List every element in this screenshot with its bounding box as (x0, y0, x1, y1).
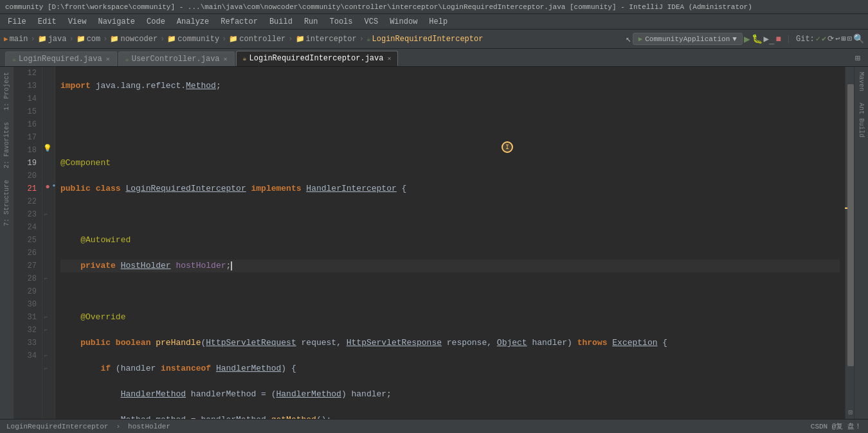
panel-structure[interactable]: 7: Structure (2, 177, 12, 229)
menu-tools[interactable]: Tools (325, 16, 358, 28)
terminal-icon[interactable]: ⊡ (847, 34, 852, 44)
tab-close-2[interactable]: ✕ (224, 55, 228, 63)
toolbar-cursor-icon[interactable]: ↖ (626, 33, 631, 44)
tab-label-3: LoginRequiredInterceptor.java (249, 54, 384, 63)
line-num-31: 31 (17, 311, 37, 324)
panel-favorites[interactable]: 2: Favorites (2, 119, 12, 171)
menu-window[interactable]: Window (384, 16, 422, 28)
main-area: 1: Project 2: Favorites 7: Structure 12 … (0, 67, 868, 419)
fold-icon-line22[interactable]: ⌐ (44, 208, 48, 221)
line-num-28: 28 (17, 272, 37, 285)
breadcrumb-com[interactable]: com (87, 35, 101, 44)
line-num-24: 24 (17, 221, 37, 234)
fold-icon-line27[interactable]: ⌐ (44, 272, 48, 285)
git-check-icon[interactable]: ✓ (816, 34, 820, 44)
line-num-27: 27 (17, 260, 37, 272)
breadcrumb-file[interactable]: LoginRequiredInterceptor (372, 35, 484, 44)
git-undo-icon[interactable]: ↩ (835, 34, 840, 44)
line-num-13: 13 (17, 80, 37, 93)
code-line-19: private HostHolder hostHolder; (60, 260, 840, 272)
git-label: Git: (796, 35, 815, 44)
git-update-icon[interactable]: ⟳ (827, 34, 834, 44)
scroll-thumb[interactable] (847, 84, 854, 366)
breadcrumb-main-icon: ▶ (4, 35, 8, 43)
menu-analyze[interactable]: Analyze (172, 16, 214, 28)
right-panel-strip: Maven Ant Build (854, 67, 868, 419)
fold-icon-line30[interactable]: ⌐ (44, 311, 48, 324)
menu-refactor[interactable]: Refactor (215, 16, 263, 28)
search-everywhere-icon[interactable]: 🔍 (853, 33, 864, 44)
tab-user-controller[interactable]: ☕ UserController.java ✕ (118, 51, 235, 66)
panel-ant-build[interactable]: Ant Build (856, 100, 866, 140)
code-line-15: @Component (60, 157, 840, 170)
fold-icon-line34[interactable]: ⌐ (44, 362, 48, 375)
menu-run[interactable]: Run (299, 16, 323, 28)
line-num-14: 14 (17, 93, 37, 105)
code-line-13 (60, 105, 840, 118)
status-sep: › (116, 423, 120, 430)
breadcrumb-nowcoder-icon: 📁 (110, 35, 119, 43)
scroll-bottom-icon[interactable]: ⊡ (848, 408, 853, 416)
coverage-button[interactable]: ▶̲ (764, 33, 775, 44)
line-num-33: 33 (17, 337, 37, 349)
execution-point-line21: ● (49, 182, 59, 188)
run-config-label: CommunityApplication (645, 35, 730, 43)
tab-login-required[interactable]: ☕ LoginRequired.java ✕ (5, 51, 117, 66)
breadcrumb-nowcoder[interactable]: nowcoder (120, 35, 158, 44)
build-history-icon[interactable]: ⊞ (842, 34, 846, 44)
tab-java-icon-1: ☕ (12, 55, 16, 63)
line-num-17: 17 (17, 131, 37, 144)
panel-project[interactable]: 1: Project (2, 69, 12, 113)
line-num-25: 25 (17, 234, 37, 247)
line-numbers: 12 13 14 15 16 17 18 19 20 21 22 23 24 2… (14, 67, 42, 419)
menu-vcs[interactable]: VCS (359, 16, 384, 28)
status-class: LoginRequiredInterceptor (6, 423, 108, 430)
line-num-32: 32 (17, 324, 37, 337)
line-num-22: 22 (17, 195, 37, 208)
breadcrumb-com-icon: 📁 (77, 35, 86, 43)
panel-maven[interactable]: Maven (856, 69, 866, 94)
tab-close-3[interactable]: ✕ (387, 55, 391, 62)
menu-navigate[interactable]: Navigate (93, 16, 140, 28)
bulb-icon-line18[interactable]: 💡 (42, 144, 53, 152)
tab-close-1[interactable]: ✕ (106, 55, 110, 63)
tab-login-required-interceptor[interactable]: ☕ LoginRequiredInterceptor.java ✕ (236, 51, 399, 66)
breadcrumb-community[interactable]: community (177, 35, 219, 44)
status-right: CSDN @复 盘！ (811, 421, 862, 431)
fold-icon-line31[interactable]: ⌐ (44, 324, 48, 337)
breadcrumb-controller[interactable]: controller (239, 35, 285, 44)
gutter: 💡 ● ● ⌐ ⌐ ⌐ ⌐ ⌐ ⌐ (42, 67, 55, 419)
stop-button[interactable]: ■ (775, 34, 781, 44)
breadcrumb: ▶ main › 📁 java › 📁 com › 📁 nowcoder › 📁… (4, 35, 483, 44)
menu-edit[interactable]: Edit (33, 16, 62, 28)
breadcrumb-java[interactable]: java (48, 35, 67, 44)
fold-icon-line33[interactable]: ⌐ (44, 349, 48, 362)
right-scrollbar[interactable]: ⊡ (845, 67, 854, 419)
code-editor[interactable]: import java.lang.reflect.Method; @Compon… (55, 67, 845, 419)
tab-bar: ☕ LoginRequired.java ✕ ☕ UserController.… (0, 49, 868, 67)
line-num-18: 18 (17, 144, 37, 157)
menu-file[interactable]: File (3, 16, 32, 28)
git-tick-icon[interactable]: ✔ (822, 34, 826, 44)
breadcrumb-controller-icon: 📁 (229, 35, 238, 43)
status-field: hostHolder (128, 423, 170, 430)
breadcrumb-java-icon: 📁 (38, 35, 47, 43)
line-num-20: 20 (17, 170, 37, 182)
breadcrumb-main[interactable]: main (10, 35, 28, 44)
debug-button[interactable]: 🐛 (752, 33, 763, 44)
menu-view[interactable]: View (63, 16, 92, 28)
code-line-25: Method method = handlerMethod.getMethod(… (60, 414, 840, 419)
menu-help[interactable]: Help (424, 16, 453, 28)
editor-pin-icon[interactable]: ⊞ (853, 50, 863, 66)
menu-build[interactable]: Build (264, 16, 298, 28)
run-config-dropdown[interactable]: ▶ CommunityApplication ▼ (633, 33, 743, 45)
toolbar: ▶ main › 📁 java › 📁 com › 📁 nowcoder › 📁… (0, 30, 868, 49)
title-bar: community [D:\front\workspace\community]… (0, 0, 868, 14)
menu-code[interactable]: Code (141, 16, 170, 28)
breadcrumb-interceptor[interactable]: interceptor (306, 35, 357, 44)
run-button[interactable]: ▶ (744, 33, 750, 46)
code-line-17 (60, 208, 840, 221)
title-text: community [D:\front\workspace\community]… (5, 3, 752, 11)
left-panel-strip: 1: Project 2: Favorites 7: Structure (0, 67, 14, 419)
status-bar: LoginRequiredInterceptor › hostHolder CS… (0, 419, 868, 433)
